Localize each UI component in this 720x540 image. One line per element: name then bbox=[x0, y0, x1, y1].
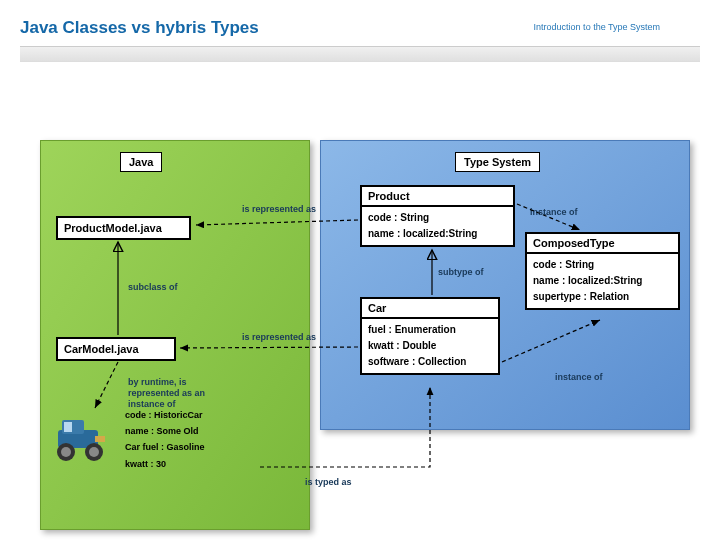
car-attr: kwatt : Double bbox=[368, 338, 492, 354]
edge-instance2: instance of bbox=[555, 372, 603, 382]
composed-type-box: ComposedType code : String name : locali… bbox=[525, 232, 680, 310]
svg-point-4 bbox=[61, 447, 71, 457]
car-icon bbox=[50, 412, 120, 467]
product-type-header: Product bbox=[362, 187, 513, 207]
header-band bbox=[20, 46, 700, 62]
car-type-body: fuel : Enumeration kwatt : Double softwa… bbox=[362, 319, 498, 373]
edge-typed-as: is typed as bbox=[305, 477, 352, 487]
header: Java Classes vs hybris Types Introductio… bbox=[0, 0, 720, 72]
instance-attr: code : HistoricCar bbox=[125, 407, 255, 423]
product-type-body: code : String name : localized:String bbox=[362, 207, 513, 245]
composed-attr: name : localized:String bbox=[533, 273, 672, 289]
diagram-canvas: Java Type System ProductModel.java CarMo… bbox=[0, 72, 720, 540]
instance-attr: Car fuel : Gasoline bbox=[125, 439, 255, 455]
page-subtitle: Introduction to the Type System bbox=[534, 22, 660, 32]
product-attr: name : localized:String bbox=[368, 226, 507, 242]
composed-attr: code : String bbox=[533, 257, 672, 273]
edge-runtime: by runtime, is represented as an instanc… bbox=[128, 377, 238, 409]
composed-type-header: ComposedType bbox=[527, 234, 678, 254]
car-attr: fuel : Enumeration bbox=[368, 322, 492, 338]
car-type-box: Car fuel : Enumeration kwatt : Double so… bbox=[360, 297, 500, 375]
edge-repr2: is represented as bbox=[242, 332, 316, 342]
car-attr: software : Collection bbox=[368, 354, 492, 370]
car-model-box: CarModel.java bbox=[56, 337, 176, 361]
edge-repr1: is represented as bbox=[242, 204, 316, 214]
instance-attr: kwatt : 30 bbox=[125, 456, 255, 472]
svg-rect-7 bbox=[95, 436, 105, 442]
edge-subclass: subclass of bbox=[128, 282, 178, 292]
instance-data: code : HistoricCar name : Some Old Car f… bbox=[125, 407, 255, 472]
edge-instance1: instance of bbox=[530, 207, 578, 217]
type-system-label: Type System bbox=[455, 152, 540, 172]
java-label: Java bbox=[120, 152, 162, 172]
car-type-header: Car bbox=[362, 299, 498, 319]
composed-attr: supertype : Relation bbox=[533, 289, 672, 305]
instance-attr: name : Some Old bbox=[125, 423, 255, 439]
edge-subtype: subtype of bbox=[438, 267, 484, 277]
product-attr: code : String bbox=[368, 210, 507, 226]
product-model-box: ProductModel.java bbox=[56, 216, 191, 240]
composed-type-body: code : String name : localized:String su… bbox=[527, 254, 678, 308]
svg-point-6 bbox=[89, 447, 99, 457]
product-type-box: Product code : String name : localized:S… bbox=[360, 185, 515, 247]
svg-rect-2 bbox=[64, 422, 72, 432]
